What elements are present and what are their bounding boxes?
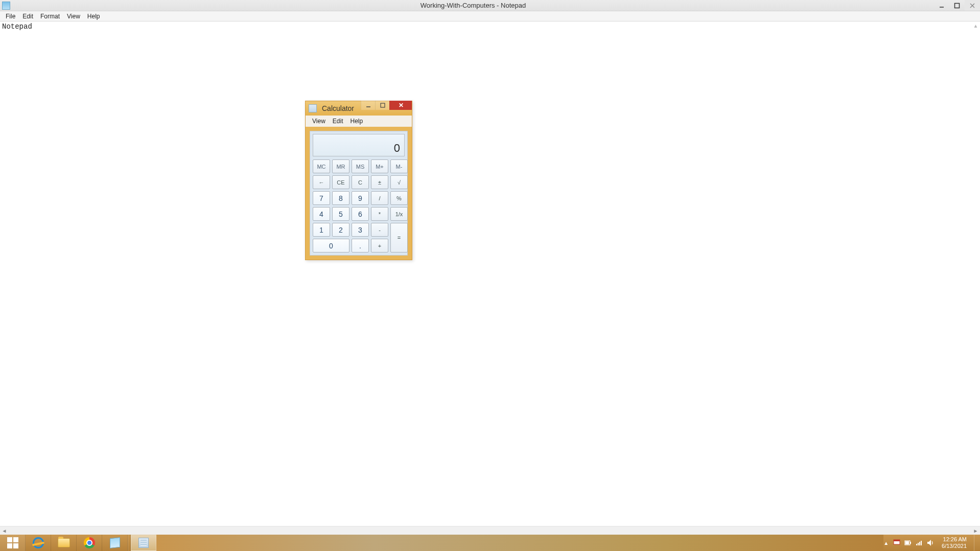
menu-format[interactable]: Format (37, 13, 63, 20)
calc-btn-1[interactable]: 1 (313, 223, 330, 237)
calc-btn-6[interactable]: 6 (352, 207, 369, 221)
system-tray (893, 539, 935, 547)
internet-explorer-icon (33, 537, 44, 548)
taskbar-left (0, 535, 156, 551)
notepad-titlebar[interactable]: Working-With-Computers - Notepad (0, 0, 980, 11)
calc-btn-mplus[interactable]: M+ (371, 159, 388, 173)
svg-rect-5 (381, 103, 385, 107)
calculator-display: 0 (313, 134, 405, 156)
notepad-icon (110, 537, 120, 548)
taskbar-spacer[interactable] (156, 535, 883, 551)
svg-rect-9 (910, 542, 911, 544)
calculator-window-controls: ✕ (361, 101, 412, 110)
calculator-body: 0 MC MR MS M+ M- ← CE C ± √ 7 8 9 / % 4 … (306, 127, 412, 260)
calculator-app-icon (309, 104, 317, 112)
svg-marker-15 (927, 540, 931, 546)
notepad-title: Working-With-Computers - Notepad (12, 2, 934, 9)
calculator-title: Calculator (322, 104, 354, 112)
calc-btn-4[interactable]: 4 (313, 207, 330, 221)
start-button[interactable] (0, 535, 26, 551)
menu-view[interactable]: View (63, 13, 84, 20)
notepad-app-icon (2, 2, 10, 10)
horizontal-scrollbar[interactable]: ◄ ► (0, 526, 980, 535)
file-explorer-icon (58, 538, 70, 547)
calc-btn-9[interactable]: 9 (352, 191, 369, 205)
taskbar-notepad-button[interactable] (102, 535, 128, 551)
tray-flag-icon[interactable] (893, 539, 901, 547)
menu-help[interactable]: Help (84, 13, 104, 20)
calc-btn-ce[interactable]: CE (332, 175, 349, 189)
show-desktop-button[interactable] (974, 535, 978, 551)
calculator-icon (138, 538, 149, 548)
calc-btn-backspace[interactable]: ← (313, 175, 330, 189)
calculator-display-value: 0 (394, 142, 400, 155)
calc-btn-plusminus[interactable]: ± (371, 175, 388, 189)
svg-rect-11 (916, 544, 917, 545)
calculator-menubar: View Edit Help (306, 116, 412, 127)
calc-btn-equals[interactable]: = (390, 223, 408, 252)
menu-file[interactable]: File (2, 13, 19, 20)
calculator-window: Calculator ✕ View Edit Help 0 MC MR MS M… (305, 101, 412, 260)
calc-btn-mr[interactable]: MR (332, 159, 349, 173)
taskbar: ▲ 12:26 AM 6/13/2021 (0, 535, 980, 551)
notepad-menubar: File Edit Format View Help (0, 11, 980, 21)
notepad-window-controls (934, 0, 980, 11)
calc-btn-c[interactable]: C (352, 175, 369, 189)
calc-btn-reciprocal[interactable]: 1/x (390, 207, 408, 221)
taskbar-time: 12:26 AM (942, 536, 967, 543)
notepad-window: Working-With-Computers - Notepad File Ed… (0, 0, 980, 535)
calc-maximize-button[interactable] (375, 101, 389, 110)
calc-menu-view[interactable]: View (309, 118, 329, 125)
calc-minimize-button[interactable] (361, 101, 375, 110)
tray-volume-icon[interactable] (926, 539, 935, 547)
calc-btn-mminus[interactable]: M- (390, 159, 408, 173)
calculator-panel: 0 MC MR MS M+ M- ← CE C ± √ 7 8 9 / % 4 … (310, 131, 408, 256)
calc-btn-3[interactable]: 3 (352, 223, 369, 237)
svg-rect-1 (955, 3, 960, 8)
notepad-content: Notepad (2, 22, 32, 31)
svg-rect-10 (905, 541, 909, 544)
tray-network-icon[interactable] (915, 539, 923, 547)
maximize-button[interactable] (949, 0, 965, 11)
taskbar-explorer-button[interactable] (51, 535, 77, 551)
taskbar-right: ▲ 12:26 AM 6/13/2021 (883, 535, 980, 551)
notepad-text-area[interactable]: Notepad ▲ (0, 21, 980, 526)
scroll-right-arrow[interactable]: ► (971, 526, 980, 535)
calc-btn-0[interactable]: 0 (313, 239, 349, 252)
calc-btn-subtract[interactable]: - (371, 223, 388, 237)
calculator-keypad: MC MR MS M+ M- ← CE C ± √ 7 8 9 / % 4 5 … (313, 159, 405, 252)
calc-btn-8[interactable]: 8 (332, 191, 349, 205)
windows-logo-icon (7, 537, 18, 548)
calc-btn-mc[interactable]: MC (313, 159, 330, 173)
taskbar-clock[interactable]: 12:26 AM 6/13/2021 (939, 536, 970, 549)
chrome-icon (84, 537, 95, 548)
calc-btn-sqrt[interactable]: √ (390, 175, 408, 189)
calc-menu-help[interactable]: Help (346, 118, 366, 125)
taskbar-date: 6/13/2021 (942, 543, 967, 549)
minimize-button[interactable] (934, 0, 949, 11)
tray-battery-icon[interactable] (904, 539, 912, 547)
calc-btn-5[interactable]: 5 (332, 207, 349, 221)
calc-btn-decimal[interactable]: . (352, 239, 369, 252)
menu-edit[interactable]: Edit (19, 13, 37, 20)
scroll-left-arrow[interactable]: ◄ (0, 526, 9, 535)
calc-btn-percent[interactable]: % (390, 191, 408, 205)
svg-rect-7 (894, 540, 900, 541)
taskbar-ie-button[interactable] (26, 535, 51, 551)
calc-btn-divide[interactable]: / (371, 191, 388, 205)
svg-rect-14 (921, 541, 922, 545)
svg-rect-12 (918, 543, 919, 545)
taskbar-chrome-button[interactable] (77, 535, 102, 551)
calc-menu-edit[interactable]: Edit (329, 118, 347, 125)
calc-btn-ms[interactable]: MS (352, 159, 369, 173)
close-button[interactable] (965, 0, 980, 11)
taskbar-calculator-button[interactable] (131, 535, 156, 551)
calc-btn-multiply[interactable]: * (371, 207, 388, 221)
scroll-up-arrow[interactable]: ▲ (971, 21, 980, 30)
calculator-titlebar[interactable]: Calculator ✕ (306, 101, 412, 116)
calc-close-button[interactable]: ✕ (389, 101, 412, 110)
calc-btn-2[interactable]: 2 (332, 223, 349, 237)
calc-btn-add[interactable]: + (371, 239, 388, 252)
show-hidden-icons-button[interactable]: ▲ (883, 540, 889, 546)
calc-btn-7[interactable]: 7 (313, 191, 330, 205)
